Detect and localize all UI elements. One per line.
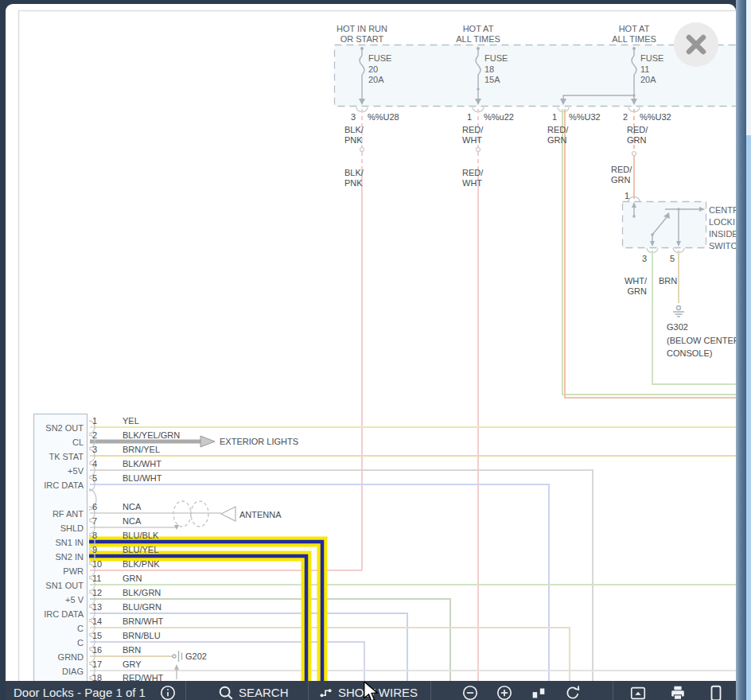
- mouse-cursor: [362, 682, 379, 700]
- scrollbar-track[interactable]: [746, 0, 751, 700]
- wire-name: BLU/YEL: [123, 545, 158, 554]
- feed-title: ALL TIMES: [612, 34, 656, 44]
- page-title: Door Locks - Page 1 of 1: [14, 686, 146, 699]
- wire-color-label: BLK/: [344, 168, 364, 177]
- pin-name: +5V: [68, 466, 84, 476]
- pin-name: IRC DATA: [44, 609, 84, 619]
- pin-number: 17: [92, 659, 102, 669]
- wire-color-label: RED/: [611, 165, 632, 174]
- wire-name: BLK/YEL/GRN: [123, 430, 180, 440]
- wire-name: GRN: [123, 574, 142, 583]
- pin-name: PWR: [63, 566, 84, 576]
- pin-number: 1: [552, 112, 557, 122]
- pin-number: 1: [92, 416, 97, 426]
- fuse-label: FUSE: [484, 53, 508, 63]
- feed-title: HOT AT: [463, 24, 494, 33]
- wire-name: BRN: [123, 645, 141, 655]
- wire-name: BLU/GRN: [123, 602, 161, 612]
- switch-name: CENTR: [709, 205, 739, 215]
- wire-name: BRN/YEL: [123, 445, 160, 454]
- pin-name: IRC DATA: [44, 480, 84, 490]
- ground-id: G302: [667, 322, 688, 332]
- file-icon[interactable]: [707, 684, 725, 700]
- pin-number: 14: [92, 616, 102, 626]
- close-button[interactable]: [674, 22, 718, 67]
- fuse-number: 20: [368, 64, 378, 74]
- zoom-out-icon[interactable]: [461, 684, 479, 700]
- wire-color-label: PNK: [344, 178, 363, 188]
- ground-location: CONSOLE): [667, 348, 712, 358]
- diagram-labels: HOT IN RUN OR START HOT AT ALL TIMES HOT…: [44, 24, 739, 682]
- search-button[interactable]: SEARCH: [239, 686, 289, 699]
- pin-name: +5 V: [65, 595, 84, 605]
- ground-symbol-g302: [673, 306, 684, 317]
- fit-to-screen-icon[interactable]: [530, 684, 547, 700]
- wire-color-label: GRN: [628, 286, 648, 296]
- switch-name: LOCKI: [709, 217, 735, 227]
- zoom-in-icon[interactable]: [496, 684, 513, 700]
- print-icon[interactable]: [669, 684, 687, 700]
- pin-number: 8: [92, 531, 97, 540]
- antenna-symbol: [173, 501, 235, 530]
- close-icon: [674, 22, 718, 67]
- info-icon[interactable]: [159, 684, 177, 700]
- pin-number: 10: [92, 559, 102, 569]
- fuse-amps: 20A: [640, 75, 656, 84]
- toolbar-divider: [430, 681, 431, 700]
- wire-color-label: BLK/: [344, 125, 364, 134]
- wire-name: BLK/GRN: [123, 588, 161, 597]
- pin-number: 7: [92, 516, 97, 526]
- show-wires-icon[interactable]: [317, 684, 335, 700]
- connector-id: %%u22: [484, 112, 514, 122]
- ground-location: (BELOW CENTER: [667, 336, 740, 345]
- scrollbar-thumb[interactable]: [746, 135, 751, 700]
- search-icon[interactable]: [217, 684, 235, 700]
- toolbar-divider: [185, 681, 186, 700]
- pin-number: 13: [92, 602, 102, 612]
- pin-name: TK STAT: [49, 452, 84, 461]
- pin-number: 5: [92, 473, 97, 483]
- wire-color-label: PNK: [344, 135, 363, 145]
- wire-color-label: WHT/: [625, 276, 648, 286]
- destination-label: EXTERIOR LIGHTS: [220, 437, 298, 446]
- ground-symbol-g202: [173, 651, 182, 679]
- fuse-number: 18: [484, 64, 494, 74]
- wire-name: GRY: [123, 659, 142, 669]
- fuse-number: 11: [640, 64, 649, 74]
- rotate-icon[interactable]: [564, 684, 582, 700]
- wire-name: NCA: [123, 502, 142, 511]
- pin-name: CL: [72, 438, 84, 447]
- wire-name: BLK/PNK: [123, 559, 160, 569]
- connector-id: %%U32: [569, 112, 601, 122]
- wire-name: BLU/BLK: [123, 531, 159, 540]
- pin-name: GRND: [58, 652, 84, 662]
- pin-name: RF ANT: [53, 509, 84, 519]
- pin-name: DIAG: [62, 667, 84, 676]
- pin-number: 12: [92, 588, 102, 597]
- pin-number: 2: [92, 430, 97, 440]
- wire-name: NCA: [123, 516, 142, 526]
- destination-label: ANTENNA: [239, 510, 282, 519]
- pin-name: SHLD: [60, 523, 84, 533]
- connector-id: %%U28: [368, 112, 399, 122]
- switch-pin: 1: [625, 191, 629, 200]
- wire-name: BRN/WHT: [123, 616, 164, 626]
- wire-color-label: BRN: [659, 276, 677, 286]
- wiring-diagram: HOT IN RUN OR START HOT AT ALL TIMES HOT…: [0, 0, 751, 700]
- pin-name: SN2 IN: [56, 552, 84, 562]
- pin-number: 2: [623, 112, 628, 122]
- connector-id: %%U32: [640, 112, 671, 122]
- pin-name: SN1 OUT: [45, 581, 84, 590]
- ground-id: G202: [185, 651, 207, 661]
- window-edge-bar: [736, 0, 746, 700]
- wire-color-label: GRN: [627, 135, 647, 145]
- image-export-icon[interactable]: [629, 684, 647, 700]
- pin-number: 3: [92, 445, 97, 454]
- pin-number: 9: [92, 545, 97, 554]
- pin-number: 6: [92, 502, 97, 511]
- wire-name: BLU/WHT: [123, 473, 162, 483]
- fuse-amps: 20A: [368, 75, 384, 84]
- fuse-label: FUSE: [368, 53, 391, 63]
- wire-color-label: WHT: [462, 135, 482, 145]
- wire-name: YEL: [123, 416, 139, 426]
